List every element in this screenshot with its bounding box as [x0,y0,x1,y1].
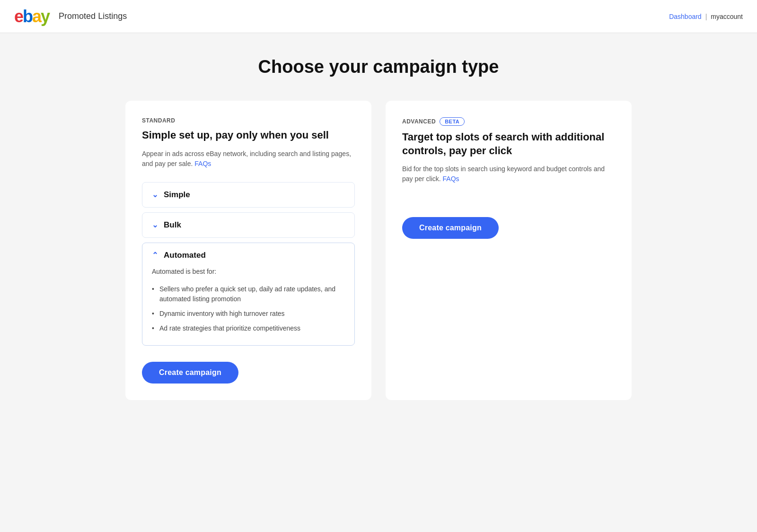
beta-badge: BETA [440,117,465,126]
list-item: Ad rate strategies that prioritize compe… [152,321,345,336]
accordion-simple-icon: ⌄ [152,190,158,199]
header-title: Promoted Listings [59,11,127,21]
accordion-automated-subtitle: Automated is best for: [152,268,345,275]
logo-y: y [41,8,49,25]
main-content: Choose your campaign type STANDARD Simpl… [95,33,662,424]
standard-faqs-link[interactable]: FAQs [194,160,211,167]
advanced-card-description: Bid for the top slots in search using ke… [402,164,615,184]
accordion-bulk[interactable]: ⌄ Bulk [142,212,355,238]
accordion-simple[interactable]: ⌄ Simple [142,182,355,208]
logo-a: a [32,8,41,25]
nav-separator: | [705,13,707,20]
accordion-automated-label: Automated [164,251,206,260]
logo-e: e [14,8,23,25]
accordion-bulk-label: Bulk [164,220,181,230]
cards-container: STANDARD Simple set up, pay only when yo… [109,101,648,400]
accordion-automated-header[interactable]: ⌃ Automated [142,243,354,268]
standard-card-heading: Simple set up, pay only when you sell [142,129,355,142]
header-nav: Dashboard | myaccount [669,13,743,20]
dashboard-link[interactable]: Dashboard [669,13,702,20]
accordion-simple-header[interactable]: ⌄ Simple [142,183,354,207]
standard-card-description: Appear in ads across eBay network, inclu… [142,149,355,169]
list-item: Dynamic inventory with high turnover rat… [152,306,345,321]
accordion-bulk-header[interactable]: ⌄ Bulk [142,213,354,237]
accordion-automated-content: Automated is best for: Sellers who prefe… [142,268,354,345]
advanced-card-heading: Target top slots of search with addition… [402,131,615,157]
ebay-logo: ebay [14,8,49,25]
advanced-type-label: ADVANCED BETA [402,117,615,126]
advanced-card: ADVANCED BETA Target top slots of search… [386,101,632,400]
site-header: ebay Promoted Listings Dashboard | myacc… [0,0,757,33]
list-item: Sellers who prefer a quick set up, daily… [152,282,345,306]
standard-card: STANDARD Simple set up, pay only when yo… [125,101,371,400]
advanced-create-campaign-button[interactable]: Create campaign [402,217,499,239]
standard-create-campaign-button[interactable]: Create campaign [142,362,238,384]
logo-b: b [23,8,32,25]
page-heading: Choose your campaign type [109,57,648,77]
header-left: ebay Promoted Listings [14,8,127,25]
accordion-automated-icon: ⌃ [152,251,158,260]
accordion-automated-list: Sellers who prefer a quick set up, daily… [152,282,345,336]
account-label: myaccount [711,13,743,20]
advanced-faqs-link[interactable]: FAQs [443,175,459,183]
accordion-automated[interactable]: ⌃ Automated Automated is best for: Selle… [142,243,355,346]
accordion-bulk-icon: ⌄ [152,220,158,229]
accordion-simple-label: Simple [164,190,190,200]
standard-type-label: STANDARD [142,117,355,124]
